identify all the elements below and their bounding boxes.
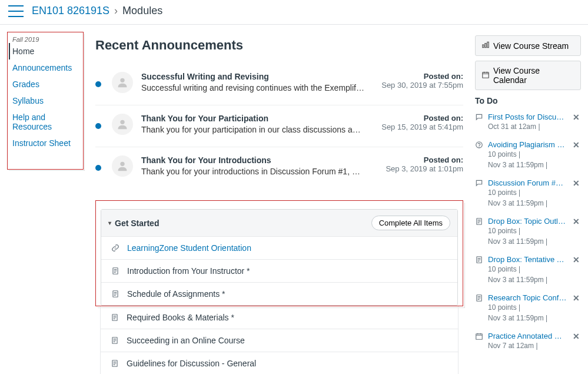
svg-rect-10 (487, 42, 489, 47)
nav-home[interactable]: Home (9, 43, 78, 59)
svg-rect-8 (483, 45, 484, 48)
section-title: Recent Announcements (95, 38, 463, 53)
todo-item: Practice Annotated Bibliog… Nov 7 at 12a… (475, 329, 581, 357)
view-calendar-button[interactable]: View Course Calendar (475, 61, 581, 90)
todo-title[interactable]: Drop Box: Tentative Thesis … (488, 255, 567, 264)
todo-item: Discussion Forum #9: Caus… 10 points |No… (475, 176, 581, 214)
calendar-icon (481, 71, 490, 81)
todo-item: Drop Box: Tentative Thesis … 10 points |… (475, 253, 581, 291)
module-items-continued: Required Books & Materials *Succeeding i… (95, 306, 463, 374)
module-item[interactable]: Introduction from Your Instructor * (101, 259, 457, 282)
svg-rect-11 (483, 72, 489, 77)
todo-item: Drop Box: Topic Outline for… 10 points |… (475, 214, 581, 253)
main-content: Recent Announcements Successful Writing … (84, 32, 475, 374)
announcement-title: Thank You for Your Introductions (141, 155, 386, 165)
module-item-label: Guidelines for Discussion - General (127, 359, 256, 368)
dismiss-icon[interactable]: ✕ (572, 332, 581, 341)
nav-syllabus[interactable]: Syllabus (12, 92, 78, 109)
assignment-icon (475, 217, 483, 227)
hamburger-icon[interactable] (8, 5, 24, 17)
module-item-label: LearningZone Student Orientation (127, 243, 251, 253)
dismiss-icon[interactable]: ✕ (572, 217, 581, 226)
discussion-icon (475, 178, 483, 189)
avatar (112, 114, 133, 135)
todo-title[interactable]: Practice Annotated Bibliog… (488, 332, 567, 340)
dismiss-icon[interactable]: ✕ (572, 178, 581, 188)
unread-dot-icon (95, 123, 101, 129)
module-item[interactable]: Guidelines for Discussion - General (100, 352, 459, 374)
announcement-list: Successful Writing and Revising Successf… (95, 64, 463, 188)
module-item[interactable]: LearningZone Student Orientation (101, 236, 457, 259)
dismiss-icon[interactable]: ✕ (572, 140, 581, 150)
announcement-meta: Posted on: Sep 15, 2019 at 5:41pm (381, 114, 463, 131)
page-icon (111, 267, 120, 275)
module-header[interactable]: ▾ Get Started Complete All Items (101, 210, 457, 236)
announcement-meta: Posted on: Sep 30, 2019 at 7:55pm (381, 72, 463, 90)
todo-meta: 10 points |Nov 3 at 11:59pm | (488, 149, 567, 170)
todo-item: Research Topic Confirmati… 10 points |No… (475, 291, 581, 329)
todo-title[interactable]: Drop Box: Topic Outline for… (488, 217, 567, 226)
module-item[interactable]: Schedule of Assignments * (101, 282, 457, 305)
svg-point-0 (120, 78, 124, 82)
dismiss-icon[interactable]: ✕ (572, 112, 581, 122)
course-nav: Fall 2019 Home Announcements Grades Syll… (7, 32, 84, 170)
todo-item: Avoiding Plagiarism Exercis… 10 points |… (475, 138, 581, 176)
stream-icon (481, 41, 490, 51)
top-bar: EN101 826191S › Modules (0, 0, 588, 25)
todo-header: To Do (475, 96, 581, 105)
page-icon (110, 313, 119, 322)
announcement-title: Successful Writing and Revising (141, 72, 381, 81)
chevron-right-icon: › (114, 5, 118, 17)
todo-meta: 10 points |Nov 3 at 11:59pm | (488, 264, 567, 285)
todo-title[interactable]: Avoiding Plagiarism Exercis… (488, 140, 567, 149)
unread-dot-icon (95, 81, 101, 87)
todo-meta: 10 points |Nov 3 at 11:59pm | (488, 187, 567, 208)
breadcrumb: EN101 826191S › Modules (32, 5, 162, 17)
module-item[interactable]: Succeeding in an Online Course (100, 329, 459, 352)
todo-title[interactable]: Research Topic Confirmati… (488, 293, 567, 302)
todo-list: First Posts for Discussion F… Oct 31 at … (475, 110, 581, 357)
announcement-title: Thank You for Your Participation (141, 114, 381, 123)
announcement-meta: Posted on: Sep 3, 2019 at 1:01pm (386, 155, 463, 173)
breadcrumb-course[interactable]: EN101 826191S (32, 5, 109, 17)
quiz-icon (475, 140, 483, 151)
link-icon (111, 244, 120, 252)
todo-meta: Oct 31 at 12am | (488, 121, 567, 132)
svg-rect-17 (476, 334, 483, 339)
avatar (112, 155, 133, 177)
dismiss-icon[interactable]: ✕ (572, 293, 581, 303)
term-label: Fall 2019 (12, 36, 78, 43)
module-highlight-box: ▾ Get Started Complete All Items Learnin… (95, 200, 463, 306)
breadcrumb-page: Modules (122, 5, 162, 17)
todo-item: First Posts for Discussion F… Oct 31 at … (475, 110, 581, 138)
complete-all-button[interactable]: Complete All Items (371, 216, 450, 230)
unread-dot-icon (95, 165, 101, 171)
announcement-row[interactable]: Successful Writing and Revising Successf… (95, 64, 463, 105)
calendar-icon (475, 332, 483, 342)
nav-grades[interactable]: Grades (12, 76, 78, 92)
nav-instructor[interactable]: Instructor Sheet (12, 135, 78, 151)
todo-title[interactable]: First Posts for Discussion F… (488, 112, 567, 121)
svg-rect-9 (485, 44, 486, 48)
todo-title[interactable]: Discussion Forum #9: Caus… (488, 178, 567, 187)
dismiss-icon[interactable]: ✕ (572, 255, 581, 264)
view-stream-button[interactable]: View Course Stream (475, 35, 581, 56)
svg-point-1 (120, 120, 124, 124)
module-item-label: Introduction from Your Instructor * (127, 266, 250, 276)
announcement-row[interactable]: Thank You for Your Participation Thank y… (95, 105, 463, 147)
assignment-icon (475, 255, 483, 266)
todo-meta: Nov 7 at 12am | (488, 340, 567, 351)
module-get-started: ▾ Get Started Complete All Items Learnin… (101, 209, 458, 306)
announcement-row[interactable]: Thank You for Your Introductions Thank y… (95, 147, 463, 188)
announcement-snippet: Successful writing and revising continue… (141, 83, 365, 92)
right-sidebar: View Course Stream View Course Calendar … (475, 32, 581, 357)
module-item[interactable]: Required Books & Materials * (100, 306, 459, 329)
announcement-snippet: Thank you for your participation in our … (141, 125, 365, 134)
announcement-snippet: Thank you for your introductions in Disc… (141, 167, 365, 176)
discussion-icon (475, 112, 483, 123)
todo-meta: 10 points |Nov 3 at 11:59pm | (488, 226, 567, 247)
nav-announcements[interactable]: Announcements (12, 59, 78, 76)
todo-meta: 10 points |Nov 3 at 11:59pm | (488, 302, 567, 323)
nav-help[interactable]: Help and Resources (12, 109, 78, 135)
svg-point-13 (479, 147, 480, 147)
